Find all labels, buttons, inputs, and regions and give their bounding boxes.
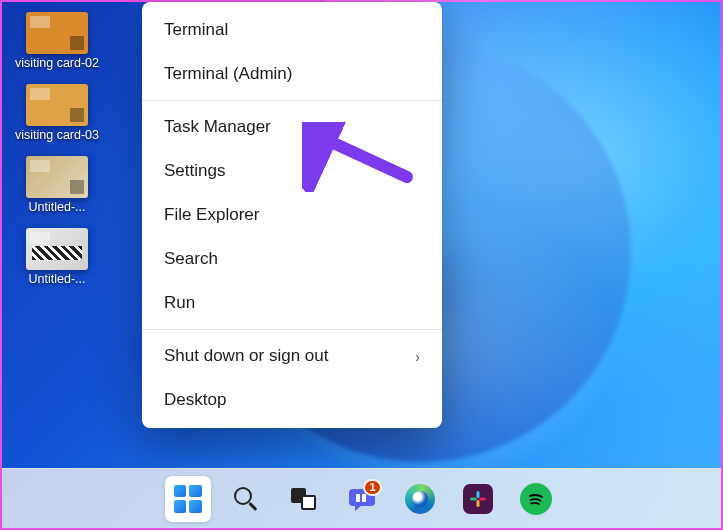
menu-item-shutdown-signout[interactable]: Shut down or sign out › [142,334,442,378]
spotify-icon [520,483,552,515]
taskbar-edge-button[interactable] [397,476,443,522]
menu-separator [142,100,442,101]
menu-item-run[interactable]: Run [142,281,442,325]
chevron-right-icon: › [415,348,420,365]
desktop-icons-column: visiting card-02 visiting card-03 Untitl… [14,12,104,286]
svg-rect-2 [476,491,479,498]
start-icon [174,485,202,513]
desktop-icon[interactable]: visiting card-02 [14,12,100,70]
menu-item-settings[interactable]: Settings [142,149,442,193]
taskbar-task-view-button[interactable] [281,476,327,522]
file-thumbnail-icon [26,228,88,270]
desktop-icon[interactable]: Untitled-... [14,156,100,214]
menu-item-file-explorer[interactable]: File Explorer [142,193,442,237]
desktop-icon-label: visiting card-03 [15,128,99,142]
edge-icon [405,484,435,514]
desktop-icon[interactable]: visiting card-03 [14,84,100,142]
desktop-icon-label: Untitled-... [29,272,86,286]
taskbar: 1 [2,468,721,528]
taskbar-slack-button[interactable] [455,476,501,522]
svg-rect-5 [479,497,486,500]
menu-item-label: Search [164,249,218,269]
menu-item-label: Shut down or sign out [164,346,328,366]
taskbar-start-button[interactable] [165,476,211,522]
winx-context-menu: Terminal Terminal (Admin) Task Manager S… [142,2,442,428]
taskbar-badge: 1 [363,479,381,496]
file-thumbnail-icon [26,84,88,126]
menu-item-search[interactable]: Search [142,237,442,281]
menu-separator [142,329,442,330]
search-icon [233,486,259,512]
desktop-icon-label: visiting card-02 [15,56,99,70]
taskbar-search-button[interactable] [223,476,269,522]
menu-item-label: Task Manager [164,117,271,137]
menu-item-label: Settings [164,161,225,181]
file-thumbnail-icon [26,12,88,54]
menu-item-label: Terminal (Admin) [164,64,292,84]
menu-item-label: File Explorer [164,205,259,225]
menu-item-desktop[interactable]: Desktop [142,378,442,422]
menu-item-terminal-admin[interactable]: Terminal (Admin) [142,52,442,96]
menu-item-label: Run [164,293,195,313]
task-view-icon [291,488,317,510]
svg-rect-4 [470,497,477,500]
file-thumbnail-icon [26,156,88,198]
taskbar-spotify-button[interactable] [513,476,559,522]
svg-rect-3 [476,500,479,507]
desktop-icon[interactable]: Untitled-... [14,228,100,286]
slack-icon [463,484,493,514]
menu-item-task-manager[interactable]: Task Manager [142,105,442,149]
desktop-icon-label: Untitled-... [29,200,86,214]
svg-rect-1 [362,494,366,502]
menu-item-terminal[interactable]: Terminal [142,8,442,52]
menu-item-label: Desktop [164,390,226,410]
menu-item-label: Terminal [164,20,228,40]
screenshot-root: visiting card-02 visiting card-03 Untitl… [0,0,723,530]
svg-rect-0 [356,494,360,502]
taskbar-chat-button[interactable]: 1 [339,476,385,522]
